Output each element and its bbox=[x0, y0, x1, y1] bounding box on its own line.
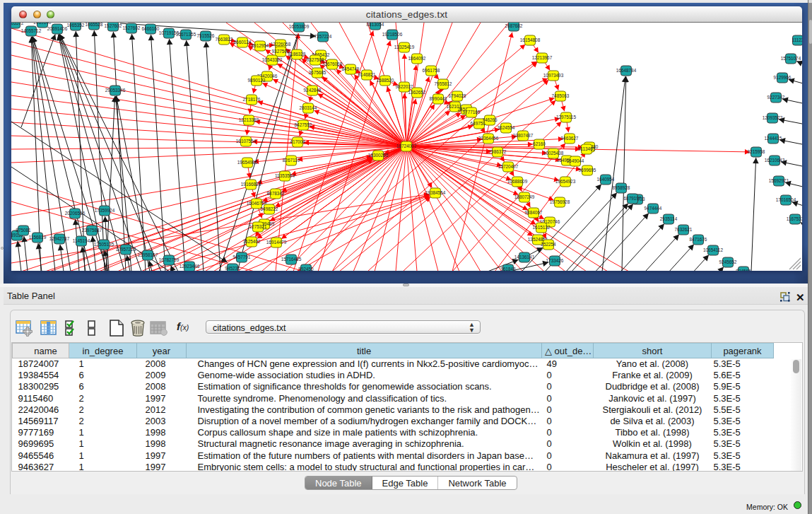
svg-text:15751074: 15751074 bbox=[781, 56, 801, 61]
svg-text:1527602: 1527602 bbox=[105, 23, 122, 28]
svg-text:9699695: 9699695 bbox=[579, 168, 596, 173]
svg-text:1244415: 1244415 bbox=[765, 136, 782, 141]
svg-text:23975887: 23975887 bbox=[82, 228, 102, 233]
svg-text:20206516: 20206516 bbox=[65, 211, 86, 216]
svg-text:13226058: 13226058 bbox=[271, 42, 291, 47]
svg-text:15692971: 15692971 bbox=[769, 178, 789, 183]
svg-text:1167533: 1167533 bbox=[787, 216, 802, 221]
svg-text:875081: 875081 bbox=[16, 228, 31, 233]
svg-text:8186328: 8186328 bbox=[288, 52, 306, 57]
svg-text:9146821: 9146821 bbox=[358, 72, 376, 77]
svg-text:16782759: 16782759 bbox=[159, 257, 180, 262]
svg-text:9457791: 9457791 bbox=[233, 255, 251, 259]
svg-text:7625402: 7625402 bbox=[243, 239, 261, 244]
svg-text:1905572: 1905572 bbox=[11, 23, 24, 25]
svg-text:16154808: 16154808 bbox=[520, 37, 541, 42]
svg-text:10807487: 10807487 bbox=[513, 133, 534, 138]
svg-text:961848: 961848 bbox=[500, 267, 516, 271]
svg-text:8471676: 8471676 bbox=[690, 237, 707, 242]
svg-text:8427552: 8427552 bbox=[295, 122, 312, 127]
svg-text:12213389: 12213389 bbox=[239, 117, 259, 122]
svg-text:13325419: 13325419 bbox=[394, 45, 415, 49]
svg-text:9822037: 9822037 bbox=[396, 84, 413, 89]
svg-text:9777169: 9777169 bbox=[463, 110, 481, 115]
svg-text:3624554: 3624554 bbox=[498, 125, 515, 130]
svg-text:1615132: 1615132 bbox=[533, 225, 551, 230]
svg-text:8215958: 8215958 bbox=[748, 149, 765, 154]
svg-text:9327506: 9327506 bbox=[272, 49, 290, 54]
svg-text:9463627: 9463627 bbox=[561, 136, 579, 141]
svg-text:7986372: 7986372 bbox=[489, 149, 507, 154]
svg-text:19218506: 19218506 bbox=[382, 32, 403, 37]
svg-text:1065352: 1065352 bbox=[67, 23, 85, 28]
svg-text:16648784: 16648784 bbox=[616, 68, 637, 73]
svg-text:9890123: 9890123 bbox=[248, 78, 266, 83]
svg-text:8878342: 8878342 bbox=[267, 191, 285, 196]
svg-text:15716485: 15716485 bbox=[281, 257, 302, 262]
svg-text:8454749: 8454749 bbox=[342, 66, 360, 71]
svg-text:1275321: 1275321 bbox=[249, 224, 267, 229]
svg-text:1145194: 1145194 bbox=[73, 238, 90, 243]
svg-text:9884067: 9884067 bbox=[525, 210, 543, 215]
svg-text:2718176: 2718176 bbox=[243, 97, 261, 102]
svg-text:417004: 417004 bbox=[290, 139, 305, 144]
svg-text:3675685: 3675685 bbox=[309, 70, 326, 75]
svg-text:7955812: 7955812 bbox=[435, 81, 452, 86]
svg-text:1065528: 1065528 bbox=[86, 23, 103, 27]
svg-text:15720407: 15720407 bbox=[498, 164, 519, 169]
svg-text:9129966: 9129966 bbox=[774, 75, 792, 80]
svg-text:8267110: 8267110 bbox=[283, 158, 300, 163]
svg-text:12923446: 12923446 bbox=[180, 264, 200, 269]
svg-text:8660124: 8660124 bbox=[234, 40, 252, 45]
svg-text:6961758: 6961758 bbox=[423, 68, 440, 73]
svg-text:9245652: 9245652 bbox=[719, 259, 737, 264]
svg-text:7515526: 7515526 bbox=[197, 33, 215, 38]
svg-text:7357224: 7357224 bbox=[314, 34, 332, 39]
svg-text:2803144: 2803144 bbox=[300, 105, 317, 110]
svg-text:62160: 62160 bbox=[533, 141, 546, 146]
svg-text:16671355: 16671355 bbox=[176, 32, 196, 37]
svg-text:1156819: 1156819 bbox=[29, 235, 47, 240]
svg-text:20364456: 20364456 bbox=[478, 136, 499, 141]
svg-text:16107554: 16107554 bbox=[236, 139, 257, 144]
svg-text:8958928: 8958928 bbox=[613, 185, 630, 190]
svg-text:10654112: 10654112 bbox=[703, 247, 723, 252]
svg-text:1733426: 1733426 bbox=[546, 258, 564, 263]
svg-text:7632621: 7632621 bbox=[675, 227, 693, 232]
svg-text:1549044: 1549044 bbox=[567, 158, 584, 163]
svg-text:1527602: 1527602 bbox=[123, 25, 141, 30]
svg-text:11123: 11123 bbox=[792, 37, 802, 42]
svg-text:1640954: 1640954 bbox=[597, 177, 615, 182]
svg-text:29053346: 29053346 bbox=[105, 88, 126, 93]
svg-text:8912954: 8912954 bbox=[252, 43, 269, 48]
svg-text:6466160: 6466160 bbox=[142, 26, 160, 31]
svg-text:12093572: 12093572 bbox=[763, 115, 783, 120]
svg-text:6794028: 6794028 bbox=[449, 93, 466, 98]
svg-text:2069140: 2069140 bbox=[34, 23, 52, 25]
svg-text:19384554: 19384554 bbox=[425, 190, 446, 195]
svg-text:20691406: 20691406 bbox=[47, 26, 68, 31]
svg-text:2687682: 2687682 bbox=[505, 23, 523, 28]
svg-text:945231: 945231 bbox=[225, 266, 240, 271]
svg-text:8813054: 8813054 bbox=[367, 23, 384, 27]
svg-text:18807249: 18807249 bbox=[514, 194, 535, 199]
svg-text:746266: 746266 bbox=[482, 117, 498, 122]
svg-text:16053809: 16053809 bbox=[289, 24, 310, 29]
svg-text:17016504: 17016504 bbox=[776, 197, 796, 202]
svg-text:14055712: 14055712 bbox=[21, 28, 42, 33]
svg-text:10688609: 10688609 bbox=[507, 179, 528, 184]
svg-text:9113465: 9113465 bbox=[578, 146, 596, 151]
svg-text:16914479: 16914479 bbox=[266, 240, 287, 245]
svg-text:252254: 252254 bbox=[541, 242, 556, 247]
svg-text:13958107: 13958107 bbox=[138, 252, 158, 257]
svg-text:10025438: 10025438 bbox=[543, 151, 564, 156]
svg-text:992450: 992450 bbox=[298, 267, 314, 271]
svg-text:19654923: 19654923 bbox=[555, 179, 576, 184]
svg-text:10973493: 10973493 bbox=[543, 73, 564, 78]
svg-text:11353594: 11353594 bbox=[275, 173, 295, 178]
svg-text:12505135: 12505135 bbox=[94, 242, 114, 247]
svg-text:19654985: 19654985 bbox=[237, 160, 258, 165]
svg-text:924565: 924565 bbox=[736, 269, 751, 271]
svg-text:8990448: 8990448 bbox=[430, 96, 447, 101]
svg-text:12942737: 12942737 bbox=[49, 236, 70, 241]
